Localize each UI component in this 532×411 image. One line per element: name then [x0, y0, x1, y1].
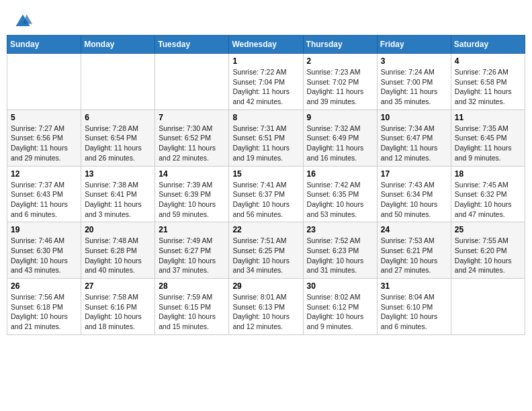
day-number: 29: [232, 281, 299, 291]
page-header: [7, 7, 525, 35]
weekday-thursday: Thursday: [303, 36, 377, 54]
calendar-cell: 5Sunrise: 7:27 AM Sunset: 6:56 PM Daylig…: [7, 109, 81, 166]
calendar-cell: 4Sunrise: 7:26 AM Sunset: 6:58 PM Daylig…: [451, 54, 525, 110]
day-info: Sunrise: 7:28 AM Sunset: 6:54 PM Dayligh…: [85, 124, 151, 163]
day-info: Sunrise: 8:04 AM Sunset: 6:10 PM Dayligh…: [381, 292, 447, 332]
day-info: Sunrise: 7:27 AM Sunset: 6:56 PM Dayligh…: [11, 124, 77, 163]
day-number: 26: [11, 281, 77, 291]
day-info: Sunrise: 7:37 AM Sunset: 6:43 PM Dayligh…: [11, 180, 77, 220]
calendar-cell: 6Sunrise: 7:28 AM Sunset: 6:54 PM Daylig…: [81, 109, 155, 166]
day-info: Sunrise: 7:52 AM Sunset: 6:23 PM Dayligh…: [307, 236, 373, 275]
day-info: Sunrise: 7:55 AM Sunset: 6:20 PM Dayligh…: [455, 236, 521, 275]
calendar-cell: 8Sunrise: 7:31 AM Sunset: 6:51 PM Daylig…: [229, 109, 303, 166]
weekday-header-row: SundayMondayTuesdayWednesdayThursdayFrid…: [7, 36, 525, 54]
logo: [13, 12, 35, 31]
calendar-cell: 21Sunrise: 7:49 AM Sunset: 6:27 PM Dayli…: [155, 222, 229, 279]
weekday-sunday: Sunday: [7, 36, 81, 54]
day-number: 18: [455, 169, 521, 179]
calendar-cell: 11Sunrise: 7:35 AM Sunset: 6:45 PM Dayli…: [451, 109, 525, 166]
calendar-cell: 27Sunrise: 7:58 AM Sunset: 6:16 PM Dayli…: [81, 279, 155, 335]
calendar-cell: 30Sunrise: 8:02 AM Sunset: 6:12 PM Dayli…: [303, 279, 377, 335]
calendar-cell: 2Sunrise: 7:23 AM Sunset: 7:02 PM Daylig…: [303, 54, 377, 110]
day-info: Sunrise: 7:41 AM Sunset: 6:37 PM Dayligh…: [232, 180, 299, 220]
day-info: Sunrise: 7:48 AM Sunset: 6:28 PM Dayligh…: [85, 236, 151, 275]
day-info: Sunrise: 7:51 AM Sunset: 6:25 PM Dayligh…: [232, 236, 299, 275]
day-number: 7: [159, 113, 225, 122]
day-info: Sunrise: 7:49 AM Sunset: 6:27 PM Dayligh…: [159, 236, 225, 275]
day-number: 22: [232, 225, 299, 234]
day-number: 24: [381, 225, 447, 234]
day-number: 13: [85, 169, 151, 179]
day-number: 2: [307, 56, 373, 66]
day-number: 16: [307, 169, 373, 179]
calendar-cell: 23Sunrise: 7:52 AM Sunset: 6:23 PM Dayli…: [303, 222, 377, 279]
day-info: Sunrise: 7:56 AM Sunset: 6:18 PM Dayligh…: [11, 292, 77, 332]
calendar-cell: 16Sunrise: 7:42 AM Sunset: 6:35 PM Dayli…: [303, 166, 377, 222]
calendar-cell: 7Sunrise: 7:30 AM Sunset: 6:52 PM Daylig…: [155, 109, 229, 166]
day-info: Sunrise: 7:30 AM Sunset: 6:52 PM Dayligh…: [159, 124, 225, 163]
day-info: Sunrise: 8:01 AM Sunset: 6:13 PM Dayligh…: [232, 292, 299, 332]
calendar-cell: 19Sunrise: 7:46 AM Sunset: 6:30 PM Dayli…: [7, 222, 81, 279]
calendar-week-row: 1Sunrise: 7:22 AM Sunset: 7:04 PM Daylig…: [7, 54, 525, 110]
calendar-cell: 15Sunrise: 7:41 AM Sunset: 6:37 PM Dayli…: [229, 166, 303, 222]
calendar-week-row: 12Sunrise: 7:37 AM Sunset: 6:43 PM Dayli…: [7, 166, 525, 222]
day-number: 6: [85, 113, 151, 122]
day-number: 3: [381, 56, 447, 66]
day-number: 31: [381, 281, 447, 291]
day-info: Sunrise: 7:23 AM Sunset: 7:02 PM Dayligh…: [307, 67, 373, 107]
calendar-cell: [7, 54, 81, 110]
calendar-cell: 22Sunrise: 7:51 AM Sunset: 6:25 PM Dayli…: [229, 222, 303, 279]
day-info: Sunrise: 7:53 AM Sunset: 6:21 PM Dayligh…: [381, 236, 447, 275]
day-info: Sunrise: 7:26 AM Sunset: 6:58 PM Dayligh…: [455, 67, 521, 107]
day-info: Sunrise: 7:35 AM Sunset: 6:45 PM Dayligh…: [455, 124, 521, 163]
calendar-cell: 31Sunrise: 8:04 AM Sunset: 6:10 PM Dayli…: [377, 279, 451, 335]
calendar-cell: [451, 279, 525, 335]
day-info: Sunrise: 7:32 AM Sunset: 6:49 PM Dayligh…: [307, 124, 373, 163]
logo-icon: [13, 12, 32, 31]
calendar-cell: 10Sunrise: 7:34 AM Sunset: 6:47 PM Dayli…: [377, 109, 451, 166]
weekday-wednesday: Wednesday: [229, 36, 303, 54]
calendar-cell: 14Sunrise: 7:39 AM Sunset: 6:39 PM Dayli…: [155, 166, 229, 222]
day-info: Sunrise: 7:39 AM Sunset: 6:39 PM Dayligh…: [159, 180, 225, 220]
day-number: 10: [381, 113, 447, 122]
calendar-week-row: 19Sunrise: 7:46 AM Sunset: 6:30 PM Dayli…: [7, 222, 525, 279]
calendar-cell: 9Sunrise: 7:32 AM Sunset: 6:49 PM Daylig…: [303, 109, 377, 166]
calendar-cell: 12Sunrise: 7:37 AM Sunset: 6:43 PM Dayli…: [7, 166, 81, 222]
calendar-week-row: 5Sunrise: 7:27 AM Sunset: 6:56 PM Daylig…: [7, 109, 525, 166]
day-info: Sunrise: 7:31 AM Sunset: 6:51 PM Dayligh…: [232, 124, 299, 163]
day-info: Sunrise: 7:58 AM Sunset: 6:16 PM Dayligh…: [85, 292, 151, 332]
weekday-monday: Monday: [81, 36, 155, 54]
weekday-saturday: Saturday: [451, 36, 525, 54]
calendar-week-row: 26Sunrise: 7:56 AM Sunset: 6:18 PM Dayli…: [7, 279, 525, 335]
calendar-cell: 25Sunrise: 7:55 AM Sunset: 6:20 PM Dayli…: [451, 222, 525, 279]
weekday-friday: Friday: [377, 36, 451, 54]
weekday-tuesday: Tuesday: [155, 36, 229, 54]
day-number: 30: [307, 281, 373, 291]
day-number: 19: [11, 225, 77, 234]
day-number: 1: [232, 56, 299, 66]
calendar-cell: 20Sunrise: 7:48 AM Sunset: 6:28 PM Dayli…: [81, 222, 155, 279]
day-info: Sunrise: 7:22 AM Sunset: 7:04 PM Dayligh…: [232, 67, 299, 107]
day-number: 14: [159, 169, 225, 179]
day-number: 12: [11, 169, 77, 179]
day-number: 27: [85, 281, 151, 291]
calendar-cell: 13Sunrise: 7:38 AM Sunset: 6:41 PM Dayli…: [81, 166, 155, 222]
calendar-cell: 17Sunrise: 7:43 AM Sunset: 6:34 PM Dayli…: [377, 166, 451, 222]
day-number: 11: [455, 113, 521, 122]
calendar-cell: 18Sunrise: 7:45 AM Sunset: 6:32 PM Dayli…: [451, 166, 525, 222]
day-number: 17: [381, 169, 447, 179]
calendar-cell: 1Sunrise: 7:22 AM Sunset: 7:04 PM Daylig…: [229, 54, 303, 110]
calendar-cell: [155, 54, 229, 110]
day-info: Sunrise: 8:02 AM Sunset: 6:12 PM Dayligh…: [307, 292, 373, 332]
day-info: Sunrise: 7:45 AM Sunset: 6:32 PM Dayligh…: [455, 180, 521, 220]
calendar-cell: 28Sunrise: 7:59 AM Sunset: 6:15 PM Dayli…: [155, 279, 229, 335]
day-info: Sunrise: 7:46 AM Sunset: 6:30 PM Dayligh…: [11, 236, 77, 275]
day-info: Sunrise: 7:38 AM Sunset: 6:41 PM Dayligh…: [85, 180, 151, 220]
day-info: Sunrise: 7:34 AM Sunset: 6:47 PM Dayligh…: [381, 124, 447, 163]
day-info: Sunrise: 7:42 AM Sunset: 6:35 PM Dayligh…: [307, 180, 373, 220]
calendar-table: SundayMondayTuesdayWednesdayThursdayFrid…: [7, 35, 525, 335]
day-number: 5: [11, 113, 77, 122]
day-number: 9: [307, 113, 373, 122]
day-number: 4: [455, 56, 521, 66]
day-number: 21: [159, 225, 225, 234]
